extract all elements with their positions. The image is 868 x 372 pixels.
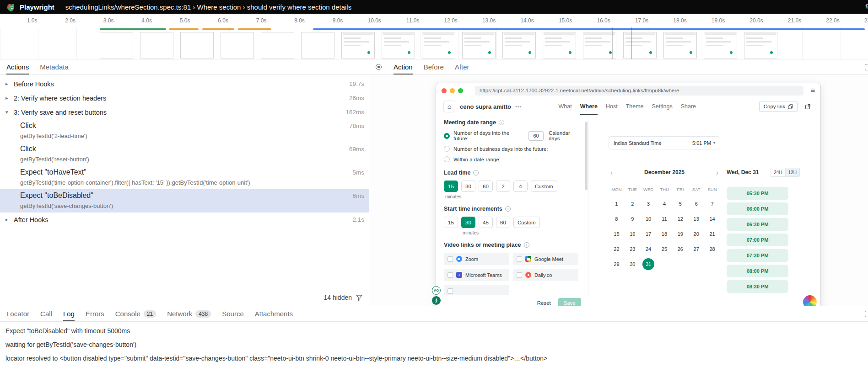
tab-action[interactable]: Action [394, 59, 413, 74]
calendar-day[interactable]: 14 [704, 213, 720, 225]
radio-button[interactable] [444, 146, 450, 152]
timeline-thumbnail[interactable] [140, 32, 173, 58]
timeline-thumbnail[interactable] [422, 32, 455, 58]
time-slot[interactable]: 07:30 PM [727, 249, 788, 262]
timeline-thumbnail[interactable] [543, 32, 576, 58]
video-option-zoom[interactable]: Zoom [444, 253, 509, 265]
tab-attachments[interactable]: Attachments [255, 306, 293, 321]
calendar-day[interactable]: 19 [672, 228, 688, 240]
option-pill-15[interactable]: 15 [444, 181, 458, 192]
date-range-option[interactable]: Within a date range: [444, 156, 582, 162]
timeline-thumbnail[interactable] [663, 32, 697, 58]
info-icon[interactable]: i [524, 242, 529, 248]
timeline-thumbnail[interactable] [221, 32, 254, 58]
calendar-day[interactable]: 23 [625, 243, 641, 255]
next-month-icon[interactable]: › [716, 169, 718, 176]
calendar-day[interactable]: 10 [641, 213, 657, 225]
copy-link-button[interactable]: Copy link [759, 101, 798, 112]
checkbox[interactable] [447, 272, 453, 278]
nav-item-what[interactable]: What [559, 98, 572, 115]
option-pill-custom[interactable]: Custom [513, 217, 540, 228]
video-option-google-meet[interactable]: Google Meet [513, 253, 578, 265]
action-step-row[interactable]: Click78msgetByTestId('2-lead-time') [0, 119, 369, 143]
calendar-day[interactable]: 9 [625, 213, 641, 225]
option-pill-45[interactable]: 45 [479, 217, 493, 228]
time-slot[interactable]: 06:30 PM [727, 218, 788, 231]
form-scrollbar[interactable] [585, 122, 588, 190]
option-pill-custom[interactable]: Custom [531, 181, 557, 192]
tab-call[interactable]: Call [40, 306, 52, 321]
nav-item-where[interactable]: Where [580, 98, 598, 115]
option-pill-60[interactable]: 60 [479, 181, 493, 192]
calendar-day[interactable]: 4 [657, 197, 673, 210]
timeline-thumbnail[interactable] [301, 32, 334, 58]
timeline-thumbnail[interactable] [341, 32, 375, 58]
calendar-day[interactable]: 18 [657, 228, 673, 240]
action-group-row[interactable]: ▾3: Verify save and reset buttons162ms [0, 105, 369, 119]
calendar-day[interactable]: 11 [657, 213, 673, 225]
time-slot[interactable]: 05:30 PM [727, 187, 788, 200]
date-range-option[interactable]: Number of days into the future:60Calenda… [444, 130, 582, 141]
calendar-day[interactable]: 15 [609, 228, 625, 240]
calendar-day[interactable]: 5 [672, 197, 688, 210]
timeline-thumbnail[interactable] [623, 32, 657, 58]
checkbox[interactable] [517, 272, 522, 278]
option-pill-30[interactable]: 30 [461, 217, 475, 228]
checkbox[interactable] [517, 256, 522, 262]
calendar-day[interactable]: 6 [688, 197, 704, 210]
timeline-thumbnail[interactable] [744, 32, 777, 58]
radio-button[interactable] [444, 133, 450, 139]
calendar-day[interactable]: 27 [688, 243, 704, 255]
date-range-option[interactable]: Number of business days into the future: [444, 146, 582, 152]
action-step-row[interactable]: Click69msgetByTestId('reset-button') [0, 143, 369, 166]
nav-item-theme[interactable]: Theme [626, 98, 644, 115]
calendar-day[interactable]: 2 [625, 197, 641, 210]
nav-item-host[interactable]: Host [606, 98, 618, 115]
video-option-daily-co[interactable]: Daily.co [513, 269, 578, 281]
tab-after[interactable]: After [455, 59, 469, 74]
info-icon[interactable]: i [499, 120, 504, 125]
timeline-thumbnail[interactable] [462, 32, 496, 58]
calendar-day[interactable]: 3 [641, 197, 657, 210]
calendar-day[interactable]: 7 [704, 197, 720, 210]
browser-menu-icon[interactable]: ≡ [811, 86, 815, 95]
calendar-day[interactable]: 8 [609, 213, 625, 225]
timezone-selector[interactable]: Indian Standard Time 5:01 PM ▾ [609, 136, 720, 149]
days-count-input[interactable]: 60 [528, 131, 544, 141]
panel-settings-icon[interactable] [865, 311, 868, 317]
tab-before[interactable]: Before [424, 59, 444, 74]
calendar-day[interactable]: 16 [625, 228, 641, 240]
reset-button[interactable]: Reset [537, 300, 551, 306]
action-step-row[interactable]: Expect "toHaveText"5msgetByTestId('time-… [0, 166, 369, 189]
checkbox[interactable] [447, 288, 453, 294]
time-slot[interactable]: 08:00 PM [727, 265, 788, 277]
tab-actions[interactable]: Actions [6, 59, 29, 74]
tab-console[interactable]: Console21 [115, 306, 156, 321]
filter-icon[interactable] [356, 295, 362, 301]
settings-gear-icon[interactable]: ⚙ [865, 2, 868, 11]
option-pill-60[interactable]: 60 [496, 217, 510, 228]
checkbox[interactable] [447, 256, 453, 262]
time-slot[interactable]: 08:30 PM [727, 280, 788, 293]
calendar-day[interactable]: 29 [609, 258, 625, 270]
time-slot[interactable]: 06:00 PM [727, 202, 788, 215]
timeline[interactable]: 1.0s2.0s3.0s4.0s5.0s6.0s7.0s8.0s9.0s10.0… [0, 14, 868, 59]
tab-network[interactable]: Network438 [167, 306, 211, 321]
timeline-thumbnail[interactable] [180, 32, 214, 58]
tab-errors[interactable]: Errors [86, 306, 104, 321]
video-option-microsoft-teams[interactable]: TMicrosoft Teams [444, 269, 509, 281]
info-icon[interactable]: i [473, 170, 479, 175]
calendar-day[interactable]: 17 [641, 228, 657, 240]
tab-log[interactable]: Log [63, 306, 75, 321]
nav-item-settings[interactable]: Settings [652, 98, 673, 115]
timeline-thumbnail[interactable] [261, 32, 294, 58]
calendar-day[interactable]: 13 [688, 213, 704, 225]
timeline-thumbnail[interactable] [502, 32, 536, 58]
calendar-day[interactable]: 25 [657, 243, 673, 255]
timeline-thumbnail[interactable] [704, 32, 737, 58]
calendar-day[interactable]: 31 [641, 258, 657, 270]
action-group-row[interactable]: ▸2: Verify where section headers26ms [0, 91, 369, 105]
current-time-dropdown[interactable]: 5:01 PM ▾ [692, 140, 715, 146]
timeline-thumbnail[interactable] [100, 32, 133, 58]
option-pill-30[interactable]: 30 [461, 181, 475, 192]
